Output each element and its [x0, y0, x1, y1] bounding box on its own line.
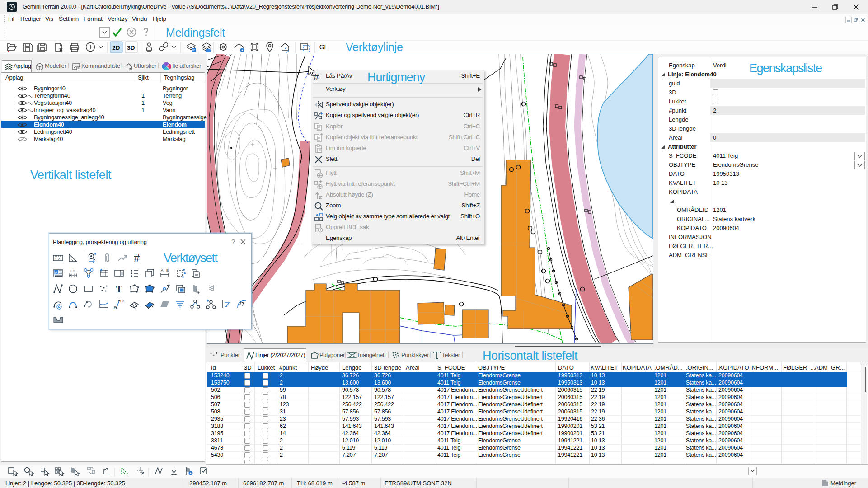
svg-text:2D: 2D: [112, 44, 120, 51]
svg-text:1.2: 1.2: [70, 269, 75, 273]
svg-text:A: A: [161, 268, 164, 272]
svg-text:#: #: [134, 253, 140, 263]
svg-text:B: B: [166, 268, 169, 272]
svg-text:1 2: 1 2: [55, 257, 60, 261]
svg-text:A: A: [55, 270, 58, 275]
svg-text:P1: P1: [114, 306, 118, 309]
svg-text:?: ?: [88, 271, 90, 275]
svg-text:GL: GL: [319, 43, 328, 51]
svg-text:P2: P2: [120, 300, 124, 303]
svg-text:3D: 3D: [127, 44, 135, 51]
svg-text:T: T: [116, 283, 122, 294]
